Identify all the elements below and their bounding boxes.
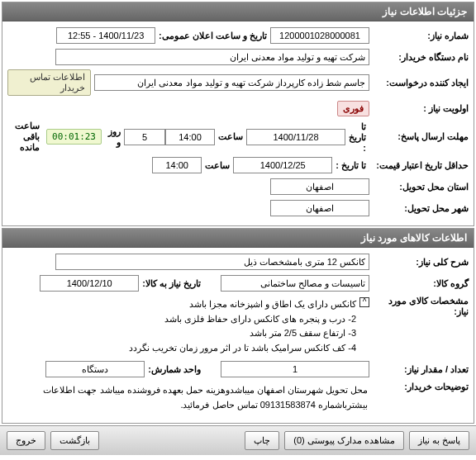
validity-date-field[interactable] (233, 157, 332, 173)
buyer-notes-text: محل تحویل شهرستان اصفهان میباشدوهزینه حم… (7, 382, 369, 414)
exit-button[interactable]: خروج (7, 431, 45, 450)
footer-secondary-actions: بازگشت خروج (5, 431, 101, 450)
back-button[interactable]: بازگشت (50, 431, 99, 450)
spec-line: 2- درب و پنجره های کانکس دارای حفاظ فلزی… (9, 312, 356, 327)
general-desc-field[interactable] (55, 254, 369, 270)
goods-group-field[interactable] (221, 275, 369, 292)
goods-group-label: گروه کالا: (369, 278, 469, 289)
reply-deadline-label: مهلت ارسال پاسخ: (369, 131, 469, 142)
deadline-time-field[interactable] (165, 129, 215, 145)
need-number-label: شماره نیاز: (369, 31, 469, 41)
requester-label: ایجاد کننده درخواست: (369, 78, 469, 88)
goods-spec-label: مشخصات کالای مورد نیاز: (369, 296, 469, 317)
buyer-notes-label: توضیحات خریدار: (369, 382, 469, 392)
need-details-header: جزئیات اطلاعات نیاز (2, 2, 474, 21)
validity-time-field[interactable] (152, 157, 202, 173)
need-number-field[interactable] (270, 27, 369, 44)
announce-datetime-label: تاریخ و ساعت اعلان عمومی: (155, 31, 270, 41)
delivery-province-field[interactable] (270, 178, 369, 195)
delivery-city-label: شهر محل تحویل: (369, 203, 469, 214)
footer-primary-actions: پاسخ به نیاز مشاهده مدارک پیوستی (0) چاپ (243, 431, 471, 450)
quantity-label: تعداد / مقدار نیاز: (369, 364, 469, 375)
deadline-date-field[interactable] (246, 129, 345, 145)
view-attachments-button[interactable]: مشاهده مدارک پیوستی (0) (284, 431, 404, 450)
need-by-date-field[interactable] (40, 275, 139, 292)
deadline-time-label: ساعت (215, 131, 246, 142)
unit-field[interactable] (45, 361, 145, 377)
print-button[interactable]: چاپ (245, 431, 279, 450)
spec-line: کانکس دارای یک اطاق و اشپزخانه مجزا باشد (9, 297, 356, 312)
buyer-org-label: نام دستگاه خریدار: (369, 52, 469, 63)
need-by-date-label: تاریخ نیاز به کالا: (139, 278, 204, 289)
goods-info-body: شرح کلی نیاز: گروه کالا: تاریخ نیاز به ک… (2, 248, 474, 423)
hours-remaining-label: ساعت باقی مانده (7, 121, 43, 153)
announce-datetime-field[interactable] (56, 27, 155, 44)
reply-to-need-button[interactable]: پاسخ به نیاز (409, 431, 469, 450)
delivery-city-field[interactable] (270, 200, 369, 216)
unit-label: واحد شمارش: (145, 364, 204, 375)
requester-field[interactable] (94, 74, 369, 91)
need-details-body: شماره نیاز: تاریخ و ساعت اعلان عمومی: نا… (2, 21, 474, 225)
days-remaining-field (124, 129, 165, 145)
expand-up-icon[interactable]: ^ (359, 297, 369, 307)
priority-label: اولویت نیاز : (369, 103, 469, 114)
countdown-timer: 00:01:23 (46, 129, 102, 145)
priority-badge: فوری (337, 101, 369, 116)
goods-spec-text: کانکس دارای یک اطاق و اشپزخانه مجزا باشد… (7, 296, 359, 357)
validity-to-date-label: تا تاریخ : (332, 160, 369, 171)
action-footer: پاسخ به نیاز مشاهده مدارک پیوستی (0) چاپ… (0, 425, 476, 455)
delivery-province-label: استان محل تحویل: (369, 182, 469, 192)
need-details-panel: جزئیات اطلاعات نیاز شماره نیاز: تاریخ و … (2, 2, 474, 226)
buyer-contact-badge[interactable]: اطلاعات تماس خریدار (7, 69, 91, 96)
spec-line: 4- کف کانکس سرامیک باشد تا در اثر مرور ز… (9, 341, 356, 356)
buyer-org-field[interactable] (55, 49, 369, 65)
goods-info-panel: اطلاعات کالاهای مورد نیاز شرح کلی نیاز: … (2, 228, 474, 424)
days-and-label: روز و (105, 126, 124, 148)
price-validity-label: حداقل تاریخ اعتبار قیمت: (369, 160, 469, 171)
spec-line: 3- ارتفاع سقف 2/5 متر باشد (9, 326, 356, 341)
general-desc-label: شرح کلی نیاز: (369, 257, 469, 268)
goods-info-header: اطلاعات کالاهای مورد نیاز (2, 229, 474, 248)
validity-time-label: ساعت (202, 160, 233, 171)
to-date-label: تا تاریخ : (345, 121, 369, 153)
quantity-field[interactable] (221, 361, 369, 377)
